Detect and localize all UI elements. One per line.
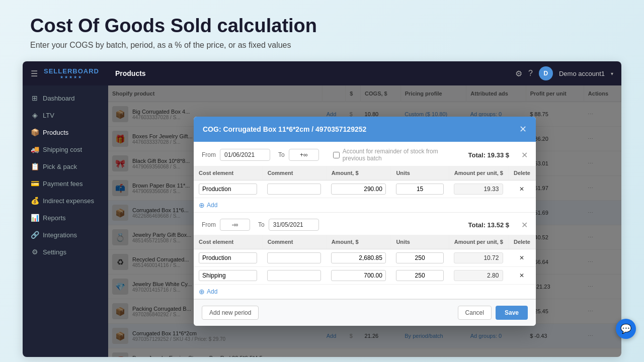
cost2-col-element: Cost element xyxy=(194,235,262,249)
sidebar-item-reports[interactable]: 📊 Reports xyxy=(23,209,108,226)
ltv-icon: ◈ xyxy=(31,111,39,119)
period-1-element-input-0[interactable] xyxy=(199,184,257,195)
period-2-add-row[interactable]: ⊕ Add xyxy=(194,285,536,299)
page-subtitle: Enter your COGS by batch, period, as a %… xyxy=(30,41,317,50)
cost-col-comment: Comment xyxy=(262,166,326,180)
sidebar-item-ltv[interactable]: ◈ LTV xyxy=(23,107,108,124)
period-1-to-label: To xyxy=(278,151,285,158)
sidebar-item-label-payment: Payment fees xyxy=(43,180,83,188)
topbar-logo: SELLERBOARD ★★★★★ xyxy=(44,67,99,79)
period-2-comment-input-0[interactable] xyxy=(267,252,321,263)
period-2-comment-input-1[interactable] xyxy=(267,270,321,281)
period-2-element-input-0[interactable] xyxy=(199,252,257,263)
period-1-per-unit-display-0: 19.33 xyxy=(454,184,503,195)
pick-pack-icon: 📋 xyxy=(31,162,39,170)
sidebar-item-label-integrations: Integrations xyxy=(43,231,77,239)
period-1-close-button[interactable]: ✕ xyxy=(521,150,528,160)
period-2-from-input[interactable] xyxy=(220,219,250,231)
modal-header: COG: Corrugated Box 11*6*2cm / 497035712… xyxy=(194,117,536,142)
period-2-delete-1[interactable]: ✕ xyxy=(508,267,535,285)
modal-close-button[interactable]: ✕ xyxy=(519,124,527,135)
period-1-from-input[interactable] xyxy=(220,149,270,161)
period-2-add-plus-icon: ⊕ xyxy=(199,288,205,296)
period-1-total: Total: 19.33 $ xyxy=(468,151,509,159)
sidebar-item-payment[interactable]: 💳 Payment fees xyxy=(23,175,108,192)
save-button[interactable]: Save xyxy=(496,306,528,320)
footer-actions: Cancel Save xyxy=(458,306,528,320)
period-2-section: From To Total: 13.52 $ ✕ xyxy=(194,213,536,299)
period-2-amount-input-1[interactable] xyxy=(331,270,386,281)
period-2-header: From To Total: 13.52 $ ✕ xyxy=(194,213,536,235)
cog-modal: COG: Corrugated Box 11*6*2cm / 497035712… xyxy=(194,117,536,326)
period-1-to-group: To xyxy=(278,149,319,161)
cost2-col-delete: Delete xyxy=(508,235,535,249)
account-remainder-checkbox[interactable] xyxy=(333,152,340,158)
period-1-comment-input-0[interactable] xyxy=(267,184,321,195)
shipping-icon: 🚚 xyxy=(31,145,39,153)
period-2-delete-0[interactable]: ✕ xyxy=(508,249,535,267)
sidebar-item-dashboard[interactable]: ⊞ Dashboard xyxy=(23,89,108,107)
main-area: ⊞ Dashboard ◈ LTV 📦 Products 🚚 Shipping … xyxy=(23,85,621,357)
chat-icon: 💬 xyxy=(620,323,631,334)
period-2-to-group: To xyxy=(258,219,319,231)
sidebar-item-pick-pack[interactable]: 📋 Pick & pack xyxy=(23,158,108,175)
period-2-close-button[interactable]: ✕ xyxy=(521,220,528,230)
sidebar-item-label-shipping: Shipping cost xyxy=(43,146,82,153)
add-period-button[interactable]: Add new period xyxy=(202,306,259,320)
period-1-amount-input-0[interactable] xyxy=(331,184,386,195)
modal-title: COG: Corrugated Box 11*6*2cm / 497035712… xyxy=(203,125,366,133)
cost-col-delete: Delete xyxy=(508,166,535,180)
cost2-col-per-unit: Amount per unit, $ xyxy=(449,235,508,249)
account-chevron-icon[interactable]: ▾ xyxy=(611,71,613,76)
period-2-amount-input-0[interactable] xyxy=(331,252,386,263)
period-2-cost-row-1: 2.80 ✕ xyxy=(194,267,536,285)
cost2-col-units: Units xyxy=(391,235,449,249)
period-1-add-label: Add xyxy=(207,202,217,209)
reports-icon: 📊 xyxy=(31,214,39,222)
page-title: Cost Of Goods Sold calculation xyxy=(30,15,317,37)
period-1-add-row[interactable]: ⊕ Add xyxy=(194,198,536,212)
sidebar-item-indirect[interactable]: 💰 Indirect expenses xyxy=(23,192,108,209)
period-2-to-input[interactable] xyxy=(269,219,319,231)
topbar-products-label: Products xyxy=(115,69,146,77)
sidebar-item-label-dashboard: Dashboard xyxy=(43,95,75,102)
sidebar: ⊞ Dashboard ◈ LTV 📦 Products 🚚 Shipping … xyxy=(23,85,108,357)
period-2-total: Total: 13.52 $ xyxy=(468,221,509,229)
period-1-units-input-0[interactable] xyxy=(396,184,444,195)
period-1-from-label: From xyxy=(202,151,216,158)
sidebar-item-products[interactable]: 📦 Products xyxy=(23,124,108,141)
chat-widget[interactable]: 💬 xyxy=(616,319,636,339)
page-header: Cost Of Goods Sold calculation Enter you… xyxy=(30,15,317,50)
period-2-element-input-1[interactable] xyxy=(199,270,257,281)
period-1-from-group: From xyxy=(202,149,270,161)
period-2-units-input-1[interactable] xyxy=(396,270,444,281)
period-1-to-input[interactable] xyxy=(289,149,319,161)
cost-col-amount: Amount, $ xyxy=(326,166,391,180)
sidebar-item-shipping[interactable]: 🚚 Shipping cost xyxy=(23,141,108,158)
payment-icon: 💳 xyxy=(31,179,39,188)
sidebar-item-label-pick-pack: Pick & pack xyxy=(43,163,77,170)
period-2-per-unit-display-0: 10.72 xyxy=(454,252,503,263)
sidebar-item-settings[interactable]: ⚙ Settings xyxy=(23,243,108,260)
modal-body: From To Account for remainder of stock xyxy=(194,142,536,299)
help-icon[interactable]: ? xyxy=(528,69,533,78)
sidebar-item-label-ltv: LTV xyxy=(43,112,54,119)
cancel-button[interactable]: Cancel xyxy=(458,306,492,320)
period-2-add-label: Add xyxy=(207,288,217,295)
settings-icon[interactable]: ⚙ xyxy=(515,69,522,78)
menu-icon[interactable]: ☰ xyxy=(31,69,38,78)
period-2-per-unit-display-1: 2.80 xyxy=(454,270,503,281)
period-2-units-input-0[interactable] xyxy=(396,252,444,263)
account-remainder-group: Account for remainder of stock from prev… xyxy=(327,148,460,162)
cost-col-units: Units xyxy=(391,166,449,180)
dashboard-icon: ⊞ xyxy=(31,94,39,102)
period-2-from-label: From xyxy=(202,221,216,228)
cost-col-element: Cost element xyxy=(194,166,262,180)
sidebar-item-label-reports: Reports xyxy=(43,214,66,222)
sidebar-item-label-settings: Settings xyxy=(43,248,66,256)
sidebar-item-integrations[interactable]: 🔗 Integrations xyxy=(23,226,108,243)
period-1-delete-0[interactable]: ✕ xyxy=(508,180,535,198)
period-1-cost-row-0: 19.33 ✕ xyxy=(194,180,536,198)
modal-overlay[interactable]: COG: Corrugated Box 11*6*2cm / 497035712… xyxy=(108,85,621,357)
period-2-cost-row-0: 10.72 ✕ xyxy=(194,249,536,267)
